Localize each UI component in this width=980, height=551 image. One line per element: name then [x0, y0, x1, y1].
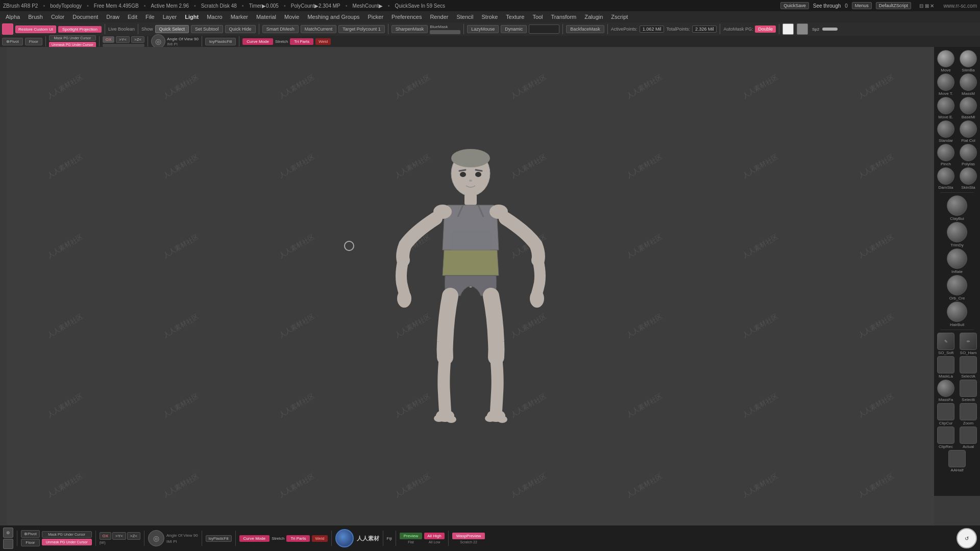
- menu-meshing[interactable]: Meshing and Groups: [304, 13, 363, 21]
- selectli-brush[interactable]: [960, 380, 977, 397]
- mask-pg-button[interactable]: Mask PG Under Cursor: [49, 35, 96, 41]
- baseml-brush[interactable]: [960, 97, 977, 114]
- curve-mode-label[interactable]: Curve Mode: [242, 38, 273, 45]
- movet-brush[interactable]: [937, 73, 954, 91]
- target-polycount-button[interactable]: Target Polycount 1: [338, 25, 385, 33]
- bb-oz-button[interactable]: >Z<: [127, 532, 140, 540]
- bb-tri-parts[interactable]: Tri Parts: [286, 535, 310, 542]
- claybui-brush[interactable]: [947, 195, 967, 216]
- menu-alpha[interactable]: Alpha: [2, 13, 23, 21]
- maskla-brush[interactable]: [937, 356, 954, 373]
- quick-select-button[interactable]: Quick Select: [155, 25, 189, 33]
- movee-brush[interactable]: [937, 97, 954, 114]
- smart-dmesh-button[interactable]: Smart DMesh: [262, 25, 299, 33]
- y-axis-button[interactable]: >Y<: [116, 36, 130, 43]
- menu-edit[interactable]: Edit: [124, 13, 141, 21]
- bb-floor-button[interactable]: Floor: [21, 539, 40, 546]
- bb-oy-button[interactable]: >Y<: [112, 532, 126, 540]
- massm-brush[interactable]: [960, 73, 977, 91]
- accu-curve-box[interactable]: [529, 24, 559, 34]
- bb-curve-mode[interactable]: Curve Mode: [239, 535, 270, 542]
- massfa-brush[interactable]: [937, 380, 954, 397]
- set-subtool-button[interactable]: Set Subtool: [191, 25, 223, 33]
- menu-tool[interactable]: Tool: [529, 13, 546, 21]
- bb-unmask-pg-button[interactable]: Unmask PG Under Cursor: [42, 539, 92, 545]
- pivot-button[interactable]: ⊕Pivot: [2, 38, 23, 45]
- menu-brush[interactable]: Brush: [24, 13, 46, 21]
- menu-zalugin[interactable]: Zalugin: [581, 13, 606, 21]
- cliprec-brush[interactable]: [937, 427, 954, 444]
- sosoft-brush[interactable]: ✎: [937, 333, 954, 350]
- menus-button[interactable]: Menus: [852, 2, 872, 9]
- orbcre-brush[interactable]: [947, 275, 967, 295]
- menu-render[interactable]: Render: [426, 13, 452, 21]
- menu-stroke[interactable]: Stroke: [478, 13, 502, 21]
- bb-mask-pg-button[interactable]: Mask PG Under Cursor: [42, 531, 92, 538]
- menu-draw[interactable]: Draw: [103, 13, 123, 21]
- polyias-brush[interactable]: [960, 144, 977, 161]
- x-axis-button[interactable]: OX: [103, 36, 115, 43]
- blue-mask-slider[interactable]: [430, 30, 460, 34]
- menu-texture[interactable]: Texture: [502, 13, 528, 21]
- clipcur-brush[interactable]: [937, 403, 954, 420]
- dynamic-button[interactable]: Dynamic: [501, 25, 527, 33]
- bb-pivot-button[interactable]: ⊕Pivot: [21, 530, 40, 538]
- sp2-slider[interactable]: [822, 28, 838, 31]
- canvas-area[interactable]: 人人素材社区 人人素材社区 人人素材社区 人人素材社区 人人素材社区 人人素材社…: [7, 47, 934, 525]
- slimba-brush[interactable]: [960, 50, 977, 67]
- menu-zscript[interactable]: Zscript: [607, 13, 631, 21]
- menu-layer[interactable]: Layer: [159, 13, 181, 21]
- backface-mask-button[interactable]: BackfaceMask: [566, 25, 604, 33]
- bottom-icon-1[interactable]: ⊕: [3, 528, 13, 538]
- bb-toy-plastic-button[interactable]: toyPlasticFill: [206, 535, 232, 542]
- menu-stencil[interactable]: Stencil: [453, 13, 477, 21]
- restore-custom-ui-button[interactable]: Restore Custom UI: [15, 26, 56, 33]
- bb-round-button[interactable]: ↺: [957, 528, 977, 548]
- menu-document[interactable]: Document: [69, 13, 102, 21]
- zoom-brush[interactable]: [960, 403, 977, 420]
- inflate-brush[interactable]: [947, 248, 967, 269]
- menu-macro[interactable]: Macro: [203, 13, 226, 21]
- menu-transform[interactable]: Transform: [548, 13, 580, 21]
- bottom-icon-2[interactable]: [3, 539, 13, 549]
- menu-picker[interactable]: Picker: [364, 13, 387, 21]
- floor-button[interactable]: Floor: [25, 38, 42, 45]
- aahalf-brush[interactable]: [948, 450, 966, 467]
- match-current-button[interactable]: MatchCurrent: [301, 25, 337, 33]
- spotlight-projection-label[interactable]: Spotlight Projection: [58, 26, 102, 33]
- bb-ox-button[interactable]: OX: [100, 532, 112, 540]
- color-swatch-main[interactable]: [2, 23, 13, 35]
- menu-marker[interactable]: Marker: [227, 13, 252, 21]
- menu-movie[interactable]: Movie: [281, 13, 303, 21]
- trimdy-brush[interactable]: [947, 222, 967, 242]
- z-axis-button[interactable]: >Z<: [131, 36, 144, 43]
- hairbull-brush[interactable]: [947, 302, 967, 322]
- default-zscript-button[interactable]: DefaultZScript: [876, 2, 911, 9]
- color-swatch-white[interactable]: [782, 23, 794, 35]
- toy-plastic-fill-button[interactable]: toyPlasticFill: [205, 38, 236, 45]
- sharpenmask-button[interactable]: SharpenMask: [391, 25, 428, 33]
- color-swatch-gray[interactable]: [797, 23, 808, 35]
- standard-brush[interactable]: [937, 120, 954, 138]
- quick-hide-button[interactable]: Quick Hide: [225, 25, 256, 33]
- model-viewport[interactable]: [374, 143, 568, 430]
- move-brush[interactable]: [937, 50, 954, 67]
- soham-brush[interactable]: ✏: [960, 333, 977, 350]
- flatcol-brush[interactable]: [960, 120, 977, 138]
- menu-file[interactable]: File: [142, 13, 158, 21]
- lazy-mouse-button[interactable]: LazyMouse: [467, 25, 499, 33]
- menu-light[interactable]: Light: [181, 13, 202, 21]
- axis-slider[interactable]: [103, 44, 144, 47]
- damsta-brush[interactable]: [937, 167, 954, 185]
- tri-parts-label[interactable]: Tri Parts: [290, 38, 313, 45]
- menu-material[interactable]: Material: [253, 13, 280, 21]
- pinch-brush[interactable]: [937, 144, 954, 161]
- actual-brush[interactable]: [960, 427, 977, 444]
- skinsta-brush[interactable]: [960, 167, 977, 185]
- menu-color[interactable]: Color: [47, 13, 68, 21]
- bb-preview-button[interactable]: Preview: [400, 533, 422, 539]
- selecta-brush[interactable]: [960, 356, 977, 373]
- bb-wasp-preview-button[interactable]: WaspPreview: [452, 533, 485, 539]
- menu-preferences[interactable]: Preferences: [388, 13, 425, 21]
- quicksave-button[interactable]: QuickSave: [780, 2, 809, 9]
